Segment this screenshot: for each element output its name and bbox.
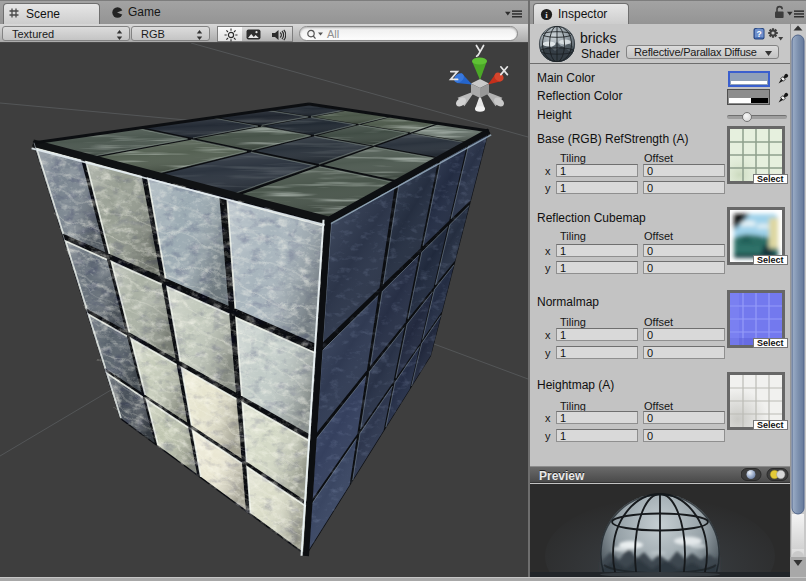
svg-text:?: ? — [756, 29, 761, 39]
